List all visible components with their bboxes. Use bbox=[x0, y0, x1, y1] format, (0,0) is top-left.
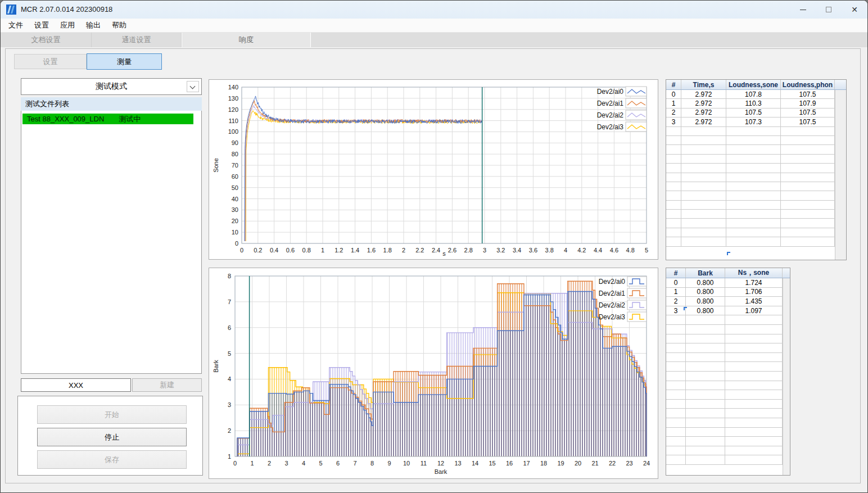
table-row[interactable] bbox=[666, 437, 790, 446]
menu-item-4[interactable]: 帮助 bbox=[106, 19, 132, 32]
menu-item-3[interactable]: 输出 bbox=[80, 19, 106, 32]
table-cell[interactable] bbox=[725, 372, 783, 381]
table-cell[interactable] bbox=[686, 446, 725, 455]
table-cell[interactable] bbox=[781, 210, 835, 218]
table-cell[interactable]: 107.8 bbox=[726, 90, 781, 98]
table-cell[interactable] bbox=[686, 325, 725, 334]
stop-button[interactable]: 停止 bbox=[37, 428, 187, 446]
table-cell[interactable] bbox=[726, 164, 781, 172]
table-cell[interactable] bbox=[666, 210, 681, 218]
table-cell[interactable] bbox=[666, 409, 686, 418]
table-cell[interactable] bbox=[666, 164, 681, 172]
table-row[interactable] bbox=[666, 409, 790, 418]
table-cell[interactable] bbox=[686, 390, 725, 399]
table-cell[interactable] bbox=[781, 155, 835, 163]
table-row[interactable] bbox=[666, 428, 790, 437]
table-row[interactable] bbox=[666, 228, 846, 237]
table-row[interactable] bbox=[666, 136, 846, 145]
table-cell[interactable] bbox=[666, 381, 686, 390]
table-cell[interactable] bbox=[781, 164, 835, 172]
table-cell[interactable] bbox=[666, 446, 686, 455]
measure-subtab-button[interactable]: 测量 bbox=[87, 53, 162, 70]
table-cell[interactable] bbox=[666, 390, 686, 399]
table-cell[interactable] bbox=[725, 353, 783, 362]
table-cell[interactable]: 0.800 bbox=[686, 288, 725, 297]
table-row[interactable] bbox=[666, 372, 790, 381]
table-cell[interactable] bbox=[666, 201, 681, 209]
table-cell[interactable]: 1.724 bbox=[725, 278, 783, 287]
bark-results-table[interactable]: #BarkNs，sone00.8001.72410.8001.70620.800… bbox=[666, 268, 790, 476]
table-cell[interactable] bbox=[781, 191, 835, 200]
test-mode-select[interactable]: 测试模式 bbox=[21, 78, 202, 95]
table-cell[interactable]: 107.5 bbox=[781, 108, 835, 117]
table-cell[interactable] bbox=[726, 219, 781, 227]
table-cell[interactable] bbox=[726, 173, 781, 182]
table-row[interactable] bbox=[666, 455, 790, 465]
table-cell[interactable] bbox=[726, 210, 781, 218]
table-cell[interactable] bbox=[666, 315, 686, 324]
table-cell[interactable] bbox=[686, 343, 725, 352]
table-cell[interactable] bbox=[725, 343, 783, 352]
menu-item-0[interactable]: 文件 bbox=[3, 19, 29, 32]
table-cell[interactable] bbox=[681, 155, 726, 163]
table-cell[interactable] bbox=[681, 210, 726, 218]
table-cell[interactable]: 1 bbox=[666, 99, 681, 107]
table-cell[interactable]: 3 bbox=[666, 117, 681, 126]
table-row[interactable]: 22.972107.5107.5 bbox=[666, 108, 846, 117]
table-cell[interactable] bbox=[666, 182, 681, 191]
tab-2[interactable]: 响度 bbox=[182, 33, 311, 47]
table-cell[interactable] bbox=[725, 325, 783, 334]
test-file-list[interactable]: Test 88_XXX_009_LDN 测试中 bbox=[21, 111, 202, 374]
table-row[interactable] bbox=[666, 353, 790, 363]
table-cell[interactable] bbox=[781, 201, 835, 209]
table-cell[interactable] bbox=[725, 409, 783, 418]
table-cell[interactable] bbox=[725, 334, 783, 343]
table-cell[interactable] bbox=[686, 400, 725, 409]
table-cell[interactable] bbox=[686, 418, 725, 427]
table-row[interactable] bbox=[666, 418, 790, 428]
column-header[interactable]: Time,s bbox=[681, 80, 726, 89]
table-cell[interactable] bbox=[681, 136, 726, 144]
settings-subtab-button[interactable]: 设置 bbox=[14, 54, 87, 69]
table-cell[interactable] bbox=[681, 201, 726, 209]
table-row[interactable] bbox=[666, 446, 790, 456]
table-row[interactable] bbox=[666, 237, 846, 246]
table-cell[interactable] bbox=[725, 390, 783, 399]
table-cell[interactable]: 107.9 bbox=[781, 99, 835, 107]
maximize-button[interactable] bbox=[816, 1, 842, 19]
table-cell[interactable] bbox=[726, 145, 781, 153]
table-cell[interactable] bbox=[666, 136, 681, 144]
table-cell[interactable]: 0.800 bbox=[686, 297, 725, 306]
table-cell[interactable] bbox=[686, 409, 725, 418]
table-cell[interactable] bbox=[666, 418, 686, 427]
table-row[interactable] bbox=[666, 164, 846, 173]
column-header[interactable]: Loudness,phon bbox=[781, 80, 835, 89]
column-header[interactable]: # bbox=[666, 80, 681, 89]
table-cell[interactable]: 107.5 bbox=[726, 108, 781, 117]
table-cell[interactable] bbox=[686, 381, 725, 390]
table-cell[interactable] bbox=[666, 353, 686, 362]
table-cell[interactable] bbox=[726, 155, 781, 163]
table-row[interactable] bbox=[666, 182, 846, 191]
table-cell[interactable] bbox=[726, 228, 781, 237]
table-cell[interactable] bbox=[666, 145, 681, 153]
table-cell[interactable] bbox=[726, 182, 781, 191]
table-cell[interactable] bbox=[725, 400, 783, 409]
table-cell[interactable] bbox=[781, 127, 835, 135]
table-row[interactable] bbox=[666, 315, 790, 325]
table-cell[interactable] bbox=[686, 353, 725, 362]
table-cell[interactable]: 2.972 bbox=[681, 99, 726, 107]
table-cell[interactable]: 2 bbox=[666, 297, 686, 306]
table-cell[interactable] bbox=[726, 237, 781, 246]
table-cell[interactable] bbox=[686, 334, 725, 343]
table-row[interactable] bbox=[666, 362, 790, 372]
new-button[interactable]: 新建 bbox=[132, 378, 202, 392]
loudness-results-table[interactable]: #Time,sLoudness,soneLoudness,phon02.9721… bbox=[666, 79, 847, 260]
table-cell[interactable] bbox=[725, 381, 783, 390]
table-cell[interactable]: 107.5 bbox=[781, 90, 835, 98]
table-cell[interactable] bbox=[725, 418, 783, 427]
table-cell[interactable] bbox=[725, 315, 783, 324]
table-cell[interactable] bbox=[725, 455, 783, 464]
table-cell[interactable] bbox=[686, 428, 725, 437]
table-cell[interactable] bbox=[726, 201, 781, 209]
